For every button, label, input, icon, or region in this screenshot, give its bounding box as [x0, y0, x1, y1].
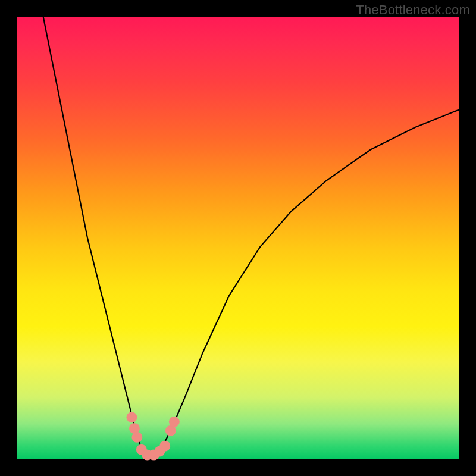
plot-area [17, 17, 459, 459]
marker-bottom-5 [159, 441, 170, 452]
marker-left-upper-1 [126, 412, 137, 422]
curve-markers [126, 412, 179, 460]
chart-frame: TheBottleneck.com [0, 0, 476, 476]
marker-right-upper-2 [169, 416, 180, 427]
watermark-text: TheBottleneck.com [356, 2, 470, 18]
chart-svg [17, 17, 459, 459]
marker-left-upper-3 [131, 432, 142, 443]
bottleneck-curve [43, 17, 459, 457]
